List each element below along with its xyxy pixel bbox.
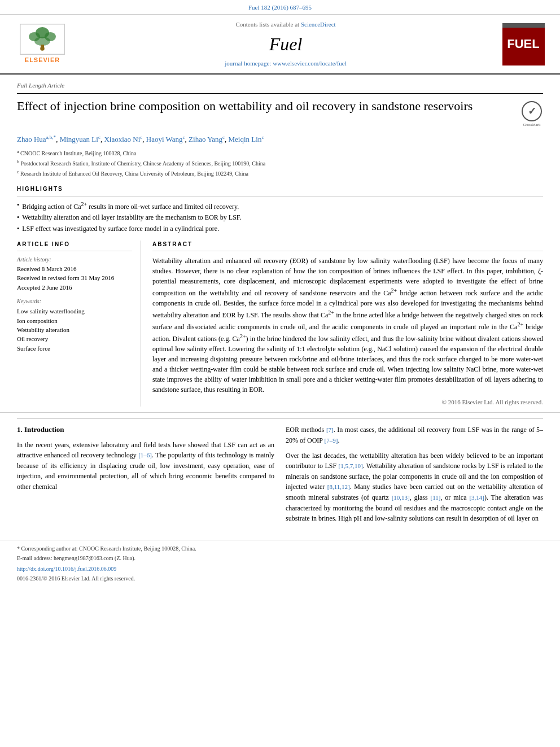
affiliation-c: c Research Institute of Enhanced Oil Rec…: [17, 169, 543, 178]
ref-7-9[interactable]: [7–9]: [325, 437, 338, 444]
citation-bar: Fuel 182 (2016) 687–695: [0, 0, 560, 15]
highlight-text-2: Wettability alteration and oil layer ins…: [22, 213, 241, 222]
article-content: Full Length Article Effect of injection …: [0, 75, 560, 413]
ref-11[interactable]: [11]: [431, 494, 441, 501]
article-history-label: Article history:: [17, 256, 132, 264]
ref-8-11-12[interactable]: [8,11,12]: [327, 483, 350, 490]
email-note: E-mail address: hengmeng1987@163.com (Z.…: [17, 554, 543, 562]
article-title: Effect of injection brine composition on…: [17, 98, 512, 115]
affiliation-b: b Postdoctoral Research Station, Institu…: [17, 159, 543, 168]
article-type-divider: [17, 93, 543, 94]
keywords-label: Keywords:: [17, 298, 132, 305]
crossmark-label: CrossMark: [523, 123, 540, 128]
aff-c-text: Research Institute of Enhanced Oil Recov…: [20, 171, 248, 177]
footer-links: http://dx.doi.org/10.1016/j.fuel.2016.06…: [17, 565, 543, 573]
sciencedirect-link[interactable]: ScienceDirect: [301, 21, 336, 28]
svg-point-5: [34, 37, 50, 46]
highlight-text-3: LSF effect was investigated by surface f…: [22, 224, 219, 234]
journal-homepage: journal homepage: www.elsevier.com/locat…: [73, 59, 498, 68]
corresponding-note: * Corresponding author at: CNOOC Researc…: [17, 545, 543, 553]
aff-b-sup: b: [17, 159, 19, 164]
fuel-logo: FUEL: [502, 23, 545, 65]
author-mingyuan-li[interactable]: Mingyuan Li: [60, 135, 98, 143]
body-section: 1. Introduction In the recent years, ext…: [0, 413, 560, 534]
body-divider: [17, 418, 543, 419]
crossmark-area[interactable]: ✓ CrossMark: [520, 101, 543, 128]
author-xiaoxiao-sup: c: [140, 134, 142, 140]
author-zihao-sup: c: [222, 134, 225, 140]
author-meiqin-sup: c: [261, 134, 264, 140]
journal-header-center: Contents lists available at ScienceDirec…: [73, 20, 498, 68]
intro-para-3: Over the last decades, the wettability a…: [286, 451, 543, 524]
aff-b-text: Postdoctoral Research Station, Institute…: [21, 160, 266, 167]
fuel-logo-text: FUEL: [507, 36, 539, 53]
injected-text: injection: [17, 472, 41, 480]
author-meiqin-lin[interactable]: Meiqin Lin: [229, 135, 262, 143]
highlight-bullet-3: •: [17, 224, 19, 234]
ref-10-13[interactable]: [10,13]: [392, 494, 410, 501]
keyword-4: Oil recovery: [17, 335, 132, 343]
footer-copyright: 0016-2361/© 2016 Elsevier Ltd. All right…: [17, 575, 543, 583]
journal-homepage-link[interactable]: journal homepage: www.elsevier.com/locat…: [225, 60, 347, 67]
article-type: Full Length Article: [17, 81, 543, 90]
article-info-column: ARTICLE INFO Article history: Received 8…: [17, 241, 141, 407]
aff-c-sup: c: [17, 169, 19, 174]
ref-1-5-7-10[interactable]: [1,5,7,10]: [339, 462, 363, 469]
revised-date: Received in revised form 31 May 2016: [17, 274, 132, 282]
author-mingyuan-sup: c: [98, 134, 100, 140]
aff-a-sup: a: [17, 149, 19, 154]
elsevier-logo: ELSEVIER: [11, 24, 73, 64]
highlight-item-2: • Wettability alteration and oil layer i…: [17, 213, 543, 222]
author-xiaoxiao-ni[interactable]: Xiaoxiao Ni: [104, 135, 140, 143]
doi-link[interactable]: http://dx.doi.org/10.1016/j.fuel.2016.06…: [17, 565, 116, 573]
ref-3-14[interactable]: [3,14]: [469, 494, 484, 501]
accepted-date: Accepted 2 June 2016: [17, 283, 132, 292]
affiliation-a: a CNOOC Research Institute, Beijing 1000…: [17, 148, 543, 158]
author-haoyi-wang[interactable]: Haoyi Wang: [146, 135, 183, 143]
highlight-bullet-2: •: [17, 213, 19, 222]
publisher-logo-area: ELSEVIER: [11, 24, 73, 64]
article-footer: * Corresponding author at: CNOOC Researc…: [0, 540, 560, 585]
highlights-divider: [17, 196, 543, 197]
crossmark-circle: ✓: [522, 101, 542, 121]
authors-line: Zhao Huaa,b,*, Mingyuan Lic, Xiaoxiao Ni…: [17, 134, 543, 145]
intro-title: 1. Introduction: [17, 425, 274, 435]
elsevier-logo-image: [20, 24, 65, 55]
body-right-col: EOR methods [7]. In most cases, the addi…: [286, 425, 543, 528]
keyword-5: Surface force: [17, 344, 132, 353]
abstract-divider: [152, 251, 543, 251]
article-info-header: ARTICLE INFO: [17, 241, 132, 248]
info-abstract-columns: ARTICLE INFO Article history: Received 8…: [17, 241, 543, 407]
fuel-logo-area: FUEL: [498, 23, 549, 65]
highlight-item-1: • Bridging action of Ca2+ results in mor…: [17, 200, 543, 212]
highlight-bullet-1: •: [17, 200, 19, 210]
ref-1-6[interactable]: [1–6]: [138, 452, 152, 458]
author-zhao-hua[interactable]: Zhao Hua: [17, 135, 46, 143]
copyright-text: © 2016 Elsevier Ltd. All rights reserved…: [152, 398, 543, 407]
journal-title: Fuel: [73, 32, 498, 57]
ref-7[interactable]: [7]: [326, 426, 334, 433]
abstract-header: ABSTRACT: [152, 241, 543, 248]
citation-text: Fuel 182 (2016) 687–695: [248, 4, 312, 11]
page-wrapper: Fuel 182 (2016) 687–695: [0, 0, 560, 585]
abstract-text: Wettability alteration and enhanced oil …: [152, 256, 543, 395]
received-date: Received 8 March 2016: [17, 265, 132, 273]
highlights-title: HIGHLIGHTS: [17, 185, 543, 193]
fuel-logo-stripe: [502, 23, 545, 28]
keyword-1: Low salinity waterflooding: [17, 307, 132, 316]
article-title-row: Effect of injection brine composition on…: [17, 98, 543, 128]
aff-a-text: CNOOC Research Institute, Beijing 100028…: [20, 150, 136, 156]
elsevier-text: ELSEVIER: [25, 56, 60, 64]
body-two-col: 1. Introduction In the recent years, ext…: [17, 425, 543, 528]
abstract-column: ABSTRACT Wettability alteration and enha…: [152, 241, 543, 407]
author-zihao-yang[interactable]: Zihao Yang: [189, 135, 222, 143]
journal-header: ELSEVIER Contents lists available at Sci…: [0, 15, 560, 75]
body-left-col: 1. Introduction In the recent years, ext…: [17, 425, 274, 528]
affiliations: a CNOOC Research Institute, Beijing 1000…: [17, 148, 543, 178]
article-info-divider: [17, 251, 132, 251]
highlights-section: HIGHLIGHTS • Bridging action of Ca2+ res…: [17, 185, 543, 234]
intro-para-2: EOR methods [7]. In most cases, the addi…: [286, 425, 543, 445]
author-haoyi-sup: c: [183, 134, 185, 140]
keyword-3: Wettability alteration: [17, 326, 132, 334]
keyword-2: Ion composition: [17, 317, 132, 325]
